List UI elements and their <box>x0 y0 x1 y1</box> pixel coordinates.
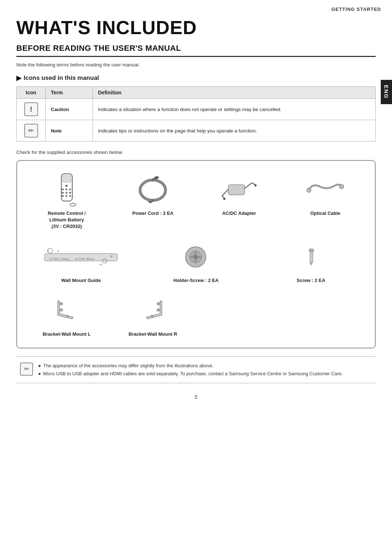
accessory-optical: Optical Cable <box>282 169 369 234</box>
bracket-r-label: Bracket-Wall Mount R <box>128 331 177 338</box>
svg-point-6 <box>62 192 64 194</box>
accessory-screw: Screw : 2 EA <box>253 236 368 287</box>
svg-point-47 <box>157 308 160 311</box>
bottom-note-line1: ● The appearance of the accessories may … <box>38 362 343 370</box>
bullet-icon: ● <box>38 362 41 370</box>
svg-text:B○: B○ <box>110 255 114 258</box>
svg-point-11 <box>69 195 71 197</box>
section-label: GETTING STARTED <box>331 7 381 12</box>
bracket-l-label: Bracket-Wall Mount L <box>43 331 91 338</box>
icons-heading-container: ▶ Icons used in this manual <box>16 74 376 82</box>
caution-term: Caution <box>46 99 93 120</box>
svg-rect-14 <box>155 176 159 179</box>
svg-rect-41 <box>310 252 313 263</box>
power-cord-image <box>135 174 171 207</box>
remote-label: Remote Control /Lithium Battery(3V : CR2… <box>48 210 86 230</box>
caution-definition: Indicates a situation where a function d… <box>93 99 376 120</box>
page-number: 5 <box>16 394 376 400</box>
bracket-l-image <box>52 295 81 327</box>
svg-point-43 <box>60 302 63 305</box>
screw-image <box>300 241 322 274</box>
svg-point-23 <box>339 184 344 189</box>
svg-point-4 <box>66 189 68 191</box>
accessory-holder-screw: Holder-Screw : 2 EA <box>139 236 254 287</box>
adapter-image <box>219 174 259 207</box>
accessory-wallmount: A-TYPE: ∅19mm B-TYPE: 360mm A B B○ A○ Wa… <box>24 236 139 287</box>
holder-screw-image <box>182 241 209 274</box>
svg-rect-15 <box>228 185 245 195</box>
svg-point-8 <box>69 192 71 194</box>
svg-point-2 <box>65 185 68 187</box>
icons-heading-label: Icons used in this manual <box>24 74 99 82</box>
accessories-box: Remote Control /Lithium Battery(3V : CR2… <box>16 160 376 348</box>
bottom-note-icon: ✏ <box>20 363 33 376</box>
holder-screw-label: Holder-Screw : 2 EA <box>173 277 219 284</box>
note-definition: Indicates tips or instructions on the pa… <box>93 120 376 142</box>
intro-note: Note the following terms before reading … <box>16 62 376 68</box>
accessories-row1: Remote Control /Lithium Battery(3V : CR2… <box>24 169 368 234</box>
accessories-row3: Bracket-Wall Mount L Bracket-Wall Mount … <box>24 290 368 341</box>
bottom-note-text-container: ● The appearance of the accessories may … <box>38 362 343 378</box>
svg-point-7 <box>66 192 68 194</box>
svg-line-19 <box>222 189 228 196</box>
accessory-power-cord: Power Cord : 2 EA <box>110 169 196 234</box>
accessory-bracket-l: Bracket-Wall Mount L <box>24 290 110 341</box>
svg-text:B: B <box>57 250 59 253</box>
svg-point-9 <box>62 195 64 197</box>
optical-image <box>305 174 345 207</box>
optical-label: Optical Cable <box>310 210 340 217</box>
optical-svg <box>305 179 345 201</box>
accessories-row2: A-TYPE: ∅19mm B-TYPE: 360mm A B B○ A○ Wa… <box>24 236 368 287</box>
note-icon-cell: ✏ <box>17 120 46 142</box>
arrow-bullet-icon: ▶ <box>16 74 21 82</box>
svg-text:A○: A○ <box>99 263 103 266</box>
svg-point-18 <box>254 184 257 187</box>
svg-point-12 <box>70 203 76 206</box>
svg-point-21 <box>223 198 225 200</box>
bracket-l-svg <box>52 297 81 324</box>
screw-svg <box>300 247 322 267</box>
svg-rect-38 <box>309 249 314 252</box>
caution-icon: ! <box>24 102 38 116</box>
svg-point-13 <box>140 180 166 200</box>
screw-label: Screw : 2 EA <box>297 277 325 284</box>
check-text: Check for the supplied accessories shown… <box>16 150 376 155</box>
section-heading: BEFORE READING THE USER'S MANUAL <box>16 44 376 57</box>
remote-image <box>55 174 78 207</box>
svg-text:A: A <box>47 249 49 252</box>
svg-point-45 <box>66 315 69 317</box>
note-term: Note <box>46 120 93 142</box>
svg-text:B-TYPE: 360mm: B-TYPE: 360mm <box>75 258 95 260</box>
adapter-svg <box>219 176 259 205</box>
svg-rect-1 <box>63 176 71 182</box>
bottom-note-line2: ● Micro USB to USB adapter and HDMI cabl… <box>38 370 343 378</box>
bracket-r-svg <box>138 297 167 324</box>
table-col-term: Term <box>46 87 93 99</box>
accessory-adapter: AC/DC Adapter <box>196 169 282 234</box>
caution-icon-cell: ! <box>17 99 46 120</box>
svg-point-46 <box>157 302 160 305</box>
icons-table: Icon Term Definition ! Caution Indicates… <box>16 86 376 142</box>
wallmount-svg: A-TYPE: ∅19mm B-TYPE: 360mm A B B○ A○ <box>43 247 119 267</box>
bracket-r-image <box>138 295 167 327</box>
svg-point-10 <box>66 195 68 197</box>
holder-screw-svg <box>182 244 209 271</box>
wallmount-image: A-TYPE: ∅19mm B-TYPE: 360mm A B B○ A○ <box>43 241 119 274</box>
svg-marker-42 <box>310 263 312 265</box>
svg-point-22 <box>307 188 311 192</box>
svg-point-48 <box>151 315 153 317</box>
table-col-icon: Icon <box>17 87 46 99</box>
language-tab: ENG <box>381 80 392 104</box>
svg-point-3 <box>62 189 64 191</box>
svg-line-16 <box>245 183 252 188</box>
svg-text:A-TYPE: ∅19mm: A-TYPE: ∅19mm <box>49 258 69 260</box>
table-col-definition: Definition <box>93 87 376 99</box>
power-cord-label: Power Cord : 2 EA <box>132 210 173 217</box>
svg-line-17 <box>252 183 256 185</box>
page-title: WHAT'S INCLUDED <box>16 18 376 37</box>
accessory-bracket-r: Bracket-Wall Mount R <box>110 290 196 341</box>
bullet-icon: ● <box>38 370 41 378</box>
table-row: ✏ Note Indicates tips or instructions on… <box>17 120 376 142</box>
adapter-label: AC/DC Adapter <box>222 210 256 217</box>
svg-line-20 <box>222 196 224 198</box>
